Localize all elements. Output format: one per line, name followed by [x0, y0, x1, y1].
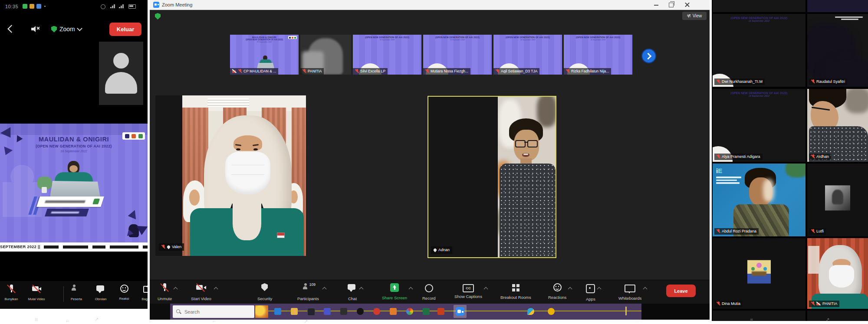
grid-tile[interactable]: Raudatul Syafitri [807, 14, 868, 87]
desktop-zoom-window: Zoom Meeting View MAULIDAN & ONIGIRI (OP… [150, 0, 710, 324]
view-button[interactable]: View [682, 12, 707, 20]
meeting-title-dropdown[interactable]: Zoom [51, 23, 82, 35]
app-icon[interactable] [390, 308, 397, 315]
unmute-button[interactable]: Bunyikan [0, 285, 23, 301]
chrome-app-icon[interactable] [406, 308, 413, 315]
chat-button[interactable]: Chat [347, 283, 358, 301]
apps-button[interactable]: Apps [586, 283, 595, 301]
participants-icon [72, 285, 81, 293]
excel-app-icon[interactable] [423, 308, 430, 315]
reactions-button[interactable]: Reaksi [112, 285, 136, 301]
notification-dot-icon [44, 6, 46, 7]
grid-tile[interactable]: Lutfi [807, 164, 868, 236]
chevron-up-icon[interactable] [322, 287, 326, 291]
share-button[interactable]: Bagikan [135, 285, 148, 301]
start-video-button[interactable]: Mulai Video [24, 285, 49, 301]
app-icon[interactable] [373, 308, 380, 315]
breakout-rooms-button[interactable]: Breakout Rooms [500, 283, 531, 300]
camera-muted-icon [232, 69, 237, 73]
start-button[interactable] [150, 304, 170, 320]
mail-app-icon[interactable] [274, 308, 281, 315]
zoom-taskbar-icon-active[interactable] [454, 305, 467, 318]
taskbar-search[interactable] [173, 305, 254, 318]
restore-icon[interactable] [669, 3, 674, 7]
system-tray[interactable] [641, 304, 710, 320]
muted-mic-icon [811, 154, 815, 159]
flower-decoration [37, 177, 52, 190]
window-title-bar[interactable]: Zoom Meeting [150, 0, 710, 10]
muted-mic-icon [566, 69, 570, 74]
muted-mic-icon [161, 245, 165, 249]
light-glare [763, 179, 774, 202]
stage-video-adnan-active-speaker[interactable]: Adnan [427, 96, 556, 258]
video-feed [498, 97, 556, 257]
security-button[interactable]: Security [257, 283, 272, 301]
chat-button[interactable]: Obrolan [89, 285, 113, 301]
chevron-up-icon[interactable] [174, 287, 178, 291]
grid-tile[interactable]: (OPEN NEW GENERATION OF AAI 2022) 16 Sep… [713, 89, 806, 162]
powerpoint-app-icon[interactable] [437, 308, 444, 315]
stage-video-valen[interactable]: Valen [155, 95, 306, 256]
filmstrip-tile[interactable]: (OPEN NEW GENERATION OF AAI 2022) 16 Sep… [493, 35, 562, 75]
muted-mic-icon [811, 301, 815, 306]
phone-meeting-header: Zoom Keluar [0, 19, 148, 39]
app-icon[interactable] [357, 308, 364, 315]
record-button[interactable]: Record [422, 283, 436, 301]
back-icon[interactable] [7, 25, 15, 33]
search-icon [176, 309, 181, 314]
muted-mic-icon [496, 69, 500, 74]
partial-tile [713, 0, 806, 12]
show-captions-button[interactable]: CC Show Captions [454, 283, 482, 299]
leave-button[interactable]: Leave [666, 285, 696, 297]
search-highlight-icon[interactable] [255, 305, 268, 318]
leave-meeting-button[interactable]: Keluar [109, 23, 141, 36]
chevron-up-icon[interactable] [643, 287, 648, 291]
grid-tile[interactable]: Dina Mutia [713, 238, 806, 309]
main-speaker-video[interactable]: MAULIDAN & ONIGIRI (OPEN NEW GENERATION … [0, 124, 148, 252]
start-video-button[interactable]: Start Video [191, 283, 211, 301]
participants-button[interactable]: 109 Participants [297, 283, 319, 301]
app-icon[interactable] [527, 308, 534, 315]
file-explorer-icon[interactable] [291, 308, 298, 315]
app-icon[interactable] [340, 308, 347, 315]
chevron-up-icon[interactable] [214, 287, 218, 291]
filmstrip-tile[interactable]: MAULIDAN & ONIGIRI (OPEN NEW GENERATION … [230, 35, 299, 75]
app-icon[interactable] [548, 308, 555, 315]
grid-tile[interactable]: (OPEN NEW GENERATION OF AAI 2022) 16 Sep… [713, 14, 806, 87]
chevron-up-icon[interactable] [597, 287, 601, 291]
filmstrip-tile[interactable]: (OPEN NEW GENERATION OF AAI 2022) 16 Sep… [353, 35, 421, 75]
event-title: MAULIDAN & ONIGIRI [0, 136, 148, 143]
grid-tile[interactable]: iE Abdul Rozi Pradana [713, 164, 806, 236]
minimize-icon[interactable] [654, 5, 658, 6]
muted-mic-icon [717, 154, 720, 159]
grid-tile[interactable]: Ardhan [807, 89, 868, 162]
whiteboards-button[interactable]: Whiteboards [618, 283, 641, 301]
grid-tile[interactable]: PANITIA [807, 238, 868, 309]
share-screen-button[interactable]: Share Screen [382, 283, 407, 300]
chevron-up-icon[interactable] [483, 287, 488, 291]
partial-tile [807, 311, 868, 321]
pin-icon [433, 248, 437, 252]
next-page-button[interactable] [641, 49, 656, 63]
encryption-shield-icon [51, 26, 57, 33]
chevron-up-icon[interactable] [359, 287, 364, 291]
chevron-up-icon[interactable] [568, 287, 572, 291]
ghost-mark: ⌐ [66, 318, 69, 324]
search-input[interactable] [184, 309, 237, 315]
defender-app-icon[interactable] [307, 308, 315, 316]
camera-icon [816, 302, 821, 306]
participants-button[interactable]: Peserta [64, 285, 89, 301]
video-feed [182, 95, 306, 256]
speaker-muted-icon[interactable] [31, 26, 40, 32]
filmstrip-tile[interactable]: (OPEN NEW GENERATION OF AAI 2022) 16 Sep… [423, 35, 492, 75]
filmstrip-tile[interactable]: PANITIA [300, 35, 351, 75]
muted-mic-icon [811, 229, 815, 234]
reactions-button[interactable]: Reactions [548, 283, 566, 300]
filmstrip-tile[interactable]: (OPEN NEW GENERATION OF AAI 2022) 16 Sep… [564, 35, 632, 75]
teams-app-icon[interactable] [324, 308, 331, 315]
close-icon[interactable] [684, 2, 690, 7]
phone-status-bar: 10:35 [0, 0, 148, 15]
unmute-button[interactable]: Unmute [158, 283, 172, 301]
participant-avatar-tile[interactable] [99, 42, 143, 105]
chevron-up-icon[interactable] [409, 287, 413, 291]
